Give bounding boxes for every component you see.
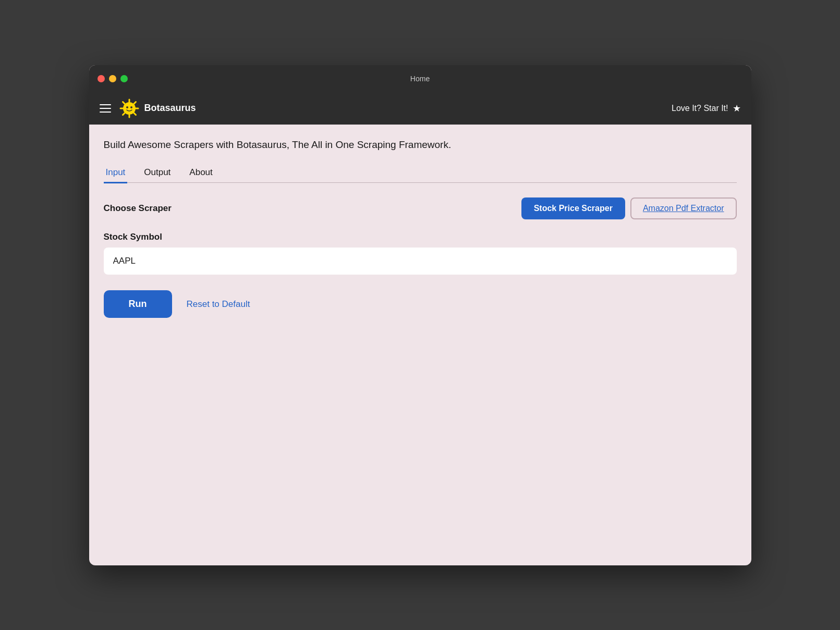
scraper-row: Choose Scraper Stock Price Scraper Amazo… bbox=[104, 197, 737, 219]
app-window: Home bbox=[89, 65, 751, 565]
stock-symbol-section: Stock Symbol bbox=[104, 232, 737, 275]
scraper-buttons: Stock Price Scraper Amazon Pdf Extractor bbox=[521, 197, 737, 219]
svg-line-5 bbox=[123, 102, 125, 104]
svg-line-7 bbox=[134, 102, 136, 104]
tagline: Build Awesome Scrapers with Botasaurus, … bbox=[104, 139, 737, 151]
nav-left: Botasaurus bbox=[100, 98, 196, 118]
reset-to-default-button[interactable]: Reset to Default bbox=[187, 299, 250, 310]
maximize-button[interactable] bbox=[120, 75, 128, 82]
choose-scraper-label: Choose Scraper bbox=[104, 203, 172, 214]
logo-sun-icon bbox=[119, 98, 139, 118]
minimize-button[interactable] bbox=[109, 75, 116, 82]
star-icon[interactable]: ★ bbox=[733, 103, 741, 114]
title-bar: Home bbox=[89, 65, 751, 92]
svg-point-10 bbox=[130, 106, 132, 108]
tab-output[interactable]: Output bbox=[142, 163, 173, 183]
svg-point-9 bbox=[126, 106, 128, 108]
tab-input[interactable]: Input bbox=[104, 163, 128, 183]
svg-line-8 bbox=[123, 113, 125, 115]
traffic-lights bbox=[98, 75, 128, 82]
amazon-pdf-extractor-button[interactable]: Amazon Pdf Extractor bbox=[630, 197, 737, 219]
nav-bar: Botasaurus Love It? Star It! ★ bbox=[89, 92, 751, 125]
svg-line-6 bbox=[134, 113, 136, 115]
tab-about[interactable]: About bbox=[187, 163, 214, 183]
window-title: Home bbox=[410, 75, 430, 83]
close-button[interactable] bbox=[98, 75, 105, 82]
logo-container: Botasaurus bbox=[119, 98, 196, 118]
stock-price-scraper-button[interactable]: Stock Price Scraper bbox=[521, 197, 625, 219]
action-row: Run Reset to Default bbox=[104, 290, 737, 318]
tabs-container: Input Output About bbox=[104, 163, 737, 183]
nav-right: Love It? Star It! ★ bbox=[672, 103, 741, 114]
hamburger-menu-icon[interactable] bbox=[100, 104, 111, 113]
brand-name: Botasaurus bbox=[144, 103, 196, 114]
stock-symbol-input[interactable] bbox=[104, 248, 737, 275]
main-content: Build Awesome Scrapers with Botasaurus, … bbox=[89, 125, 751, 565]
stock-symbol-label: Stock Symbol bbox=[104, 232, 737, 242]
form-section: Choose Scraper Stock Price Scraper Amazo… bbox=[104, 197, 737, 318]
run-button[interactable]: Run bbox=[104, 290, 172, 318]
star-cta-text: Love It? Star It! bbox=[672, 104, 728, 113]
